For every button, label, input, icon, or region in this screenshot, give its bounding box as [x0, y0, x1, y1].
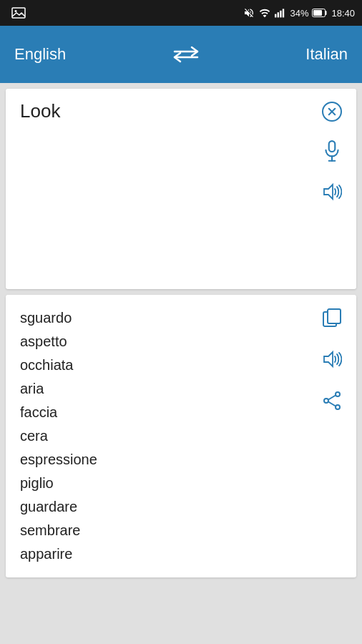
wifi-icon — [258, 8, 271, 18]
list-item: aria — [20, 377, 309, 401]
list-item: piglio — [20, 472, 309, 495]
input-icons — [319, 99, 345, 205]
status-bar: 34% 18:40 — [0, 0, 362, 26]
svg-point-1 — [15, 10, 17, 12]
list-item: faccia — [20, 401, 309, 424]
speaker-button-translation[interactable] — [319, 346, 345, 372]
svg-line-19 — [328, 402, 336, 406]
svg-rect-7 — [313, 10, 322, 16]
mute-icon — [243, 7, 255, 19]
image-icon — [11, 7, 26, 19]
svg-rect-5 — [283, 9, 284, 17]
list-item: apparire — [20, 542, 309, 566]
list-item: aspetto — [20, 330, 309, 353]
list-item: occhiata — [20, 353, 309, 377]
svg-line-18 — [328, 396, 336, 400]
list-item: espressione — [20, 448, 309, 472]
svg-rect-2 — [275, 14, 276, 18]
status-icons: 34% 18:40 — [243, 7, 355, 19]
svg-rect-4 — [280, 11, 282, 18]
speaker-icon-input — [322, 182, 342, 201]
list-item: cera — [20, 424, 309, 448]
copy-button[interactable] — [319, 305, 345, 331]
swap-languages-button[interactable] — [173, 46, 199, 63]
input-section: Look — [6, 89, 356, 289]
signal-icon — [275, 8, 286, 18]
share-button[interactable] — [319, 388, 345, 414]
list-item: sguardo — [20, 306, 309, 330]
list-item: sembrare — [20, 519, 309, 542]
svg-point-17 — [336, 405, 340, 409]
svg-point-16 — [324, 399, 328, 403]
status-bar-left — [7, 7, 239, 19]
clear-icon — [322, 102, 342, 122]
svg-rect-13 — [328, 309, 341, 323]
source-language[interactable]: English — [14, 45, 66, 64]
input-text[interactable]: Look — [20, 100, 345, 278]
translation-words: sguardoaspettoocchiataariafacciaceraespr… — [20, 306, 345, 566]
svg-marker-14 — [324, 352, 333, 366]
svg-marker-11 — [324, 185, 333, 199]
battery-text: 34% — [290, 8, 308, 19]
clear-button[interactable] — [319, 99, 345, 125]
app-header: English Italian — [0, 26, 362, 83]
time-display: 18:40 — [331, 8, 355, 19]
swap-icon — [173, 46, 199, 63]
copy-icon — [322, 308, 342, 328]
microphone-icon — [323, 140, 341, 163]
svg-rect-0 — [12, 8, 25, 18]
share-icon — [322, 391, 342, 411]
speaker-icon-translation — [322, 350, 342, 369]
svg-rect-8 — [329, 141, 336, 152]
battery-icon — [312, 9, 328, 17]
translation-section: sguardoaspettoocchiataariafacciaceraespr… — [6, 295, 356, 577]
microphone-button[interactable] — [319, 139, 345, 165]
svg-rect-3 — [278, 12, 279, 17]
svg-point-15 — [336, 392, 340, 396]
translation-icons — [319, 305, 345, 414]
speaker-button-input[interactable] — [319, 179, 345, 205]
target-language[interactable]: Italian — [305, 45, 348, 64]
list-item: guardare — [20, 495, 309, 519]
